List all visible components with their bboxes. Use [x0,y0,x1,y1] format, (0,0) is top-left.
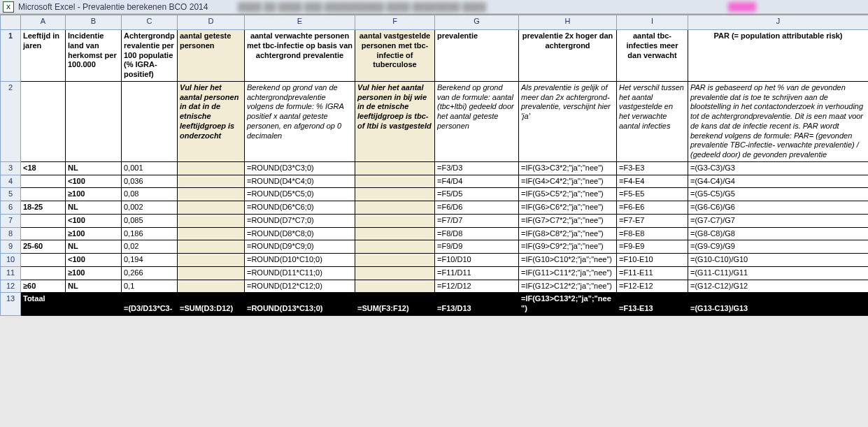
cell-A7[interactable] [21,214,66,227]
worksheet[interactable]: A B C D E F G H I J 1 Leeftijd in jaren … [0,14,868,316]
cell-I3[interactable]: =F3-E3 [617,161,688,175]
cell-C1[interactable]: Achtergrondprevalentie per 100 populatie… [122,30,178,82]
row-head-3[interactable]: 3 [1,161,21,175]
cell-E13[interactable]: =ROUND(D13*C13;0) [245,293,355,316]
cell-F6[interactable] [355,201,435,215]
cell-F11[interactable] [355,266,435,280]
cell-G5[interactable]: =F5/D5 [435,188,519,201]
cell-G3[interactable]: =F3/D3 [435,161,519,175]
row-1[interactable]: 1 Leeftijd in jaren Incidentie land van … [1,30,869,82]
cell-G4[interactable]: =F4/D4 [435,175,519,188]
cell-A6[interactable]: 18-25 [21,201,66,215]
cell-B7[interactable]: <100 [66,214,122,227]
row-9[interactable]: 9 25-60 NL 0,02 =ROUND(D9*C9;0) =F9/D9 =… [1,240,869,254]
cell-H8[interactable]: =IF(G8>C8*2;"ja";"nee") [519,227,617,240]
cell-I7[interactable]: =F7-E7 [617,214,688,227]
cell-B12[interactable]: NL [66,280,122,293]
cell-H4[interactable]: =IF(G4>C4*2;"ja";"nee") [519,175,617,188]
cell-I6[interactable]: =F6-E6 [617,201,688,215]
cell-C6[interactable]: 0,002 [122,201,178,215]
cell-D12[interactable] [178,280,245,293]
cell-E10[interactable]: =ROUND(D10*C10;0) [245,254,355,267]
row-head-2[interactable]: 2 [1,81,21,161]
row-head-10[interactable]: 10 [1,254,21,267]
cell-E1[interactable]: aantal verwachte personen met tbc-infect… [245,30,355,82]
cell-A3[interactable]: <18 [21,161,66,175]
cell-F4[interactable] [355,175,435,188]
cell-G1[interactable]: prevalentie [435,30,519,82]
cell-C2[interactable] [122,81,178,161]
cell-I1[interactable]: aantal tbc-infecties meer dan verwacht [617,30,688,82]
cell-D4[interactable] [178,175,245,188]
col-head-J[interactable]: J [688,15,869,30]
cell-H1[interactable]: prevalentie 2x hoger dan achtergrond [519,30,617,82]
cell-D5[interactable] [178,188,245,201]
cell-A2[interactable] [21,81,66,161]
cell-E11[interactable]: =ROUND(D11*C11;0) [245,266,355,280]
cell-B11[interactable]: ≥100 [66,266,122,280]
row-head-13[interactable]: 13 [1,293,21,316]
cell-F8[interactable] [355,227,435,240]
cell-I4[interactable]: =F4-E4 [617,175,688,188]
cell-C11[interactable]: 0,266 [122,266,178,280]
cell-D7[interactable] [178,214,245,227]
row-head-5[interactable]: 5 [1,188,21,201]
cell-J3[interactable]: =(G3-C3)/G3 [688,161,869,175]
cell-G7[interactable]: =F7/D7 [435,214,519,227]
cell-I8[interactable]: =F8-E8 [617,227,688,240]
cell-D6[interactable] [178,201,245,215]
col-head-I[interactable]: I [617,15,688,30]
cell-H2[interactable]: Als prevalentie is gelijk of meer dan 2x… [519,81,617,161]
row-head-7[interactable]: 7 [1,214,21,227]
row-7[interactable]: 7 <100 0,085 =ROUND(D7*C7;0) =F7/D7 =IF(… [1,214,869,227]
cell-G8[interactable]: =F8/D8 [435,227,519,240]
cell-A8[interactable] [21,227,66,240]
cell-E9[interactable]: =ROUND(D9*C9;0) [245,240,355,254]
cell-A1[interactable]: Leeftijd in jaren [21,30,66,82]
cell-H13[interactable]: =IF(G13>C13*2;"ja";"nee") [519,293,617,316]
cell-F3[interactable] [355,161,435,175]
row-head-9[interactable]: 9 [1,240,21,254]
cell-J12[interactable]: =(G12-C12)/G12 [688,280,869,293]
cell-D10[interactable] [178,254,245,267]
cell-J13[interactable]: =(G13-C13)/G13 [688,293,869,316]
row-head-12[interactable]: 12 [1,280,21,293]
cell-C5[interactable]: 0,08 [122,188,178,201]
cell-F2[interactable]: Vul hier het aantal personen in bij wie … [355,81,435,161]
cell-A12[interactable]: ≥60 [21,280,66,293]
cell-C4[interactable]: 0,036 [122,175,178,188]
cell-E5[interactable]: =ROUND(D5*C5;0) [245,188,355,201]
cell-F12[interactable] [355,280,435,293]
cell-I2[interactable]: Het verschil tussen het aantal vastgeste… [617,81,688,161]
col-head-D[interactable]: D [178,15,245,30]
cell-D3[interactable] [178,161,245,175]
cell-D13[interactable]: =SUM(D3:D12) [178,293,245,316]
cell-A11[interactable] [21,266,66,280]
cell-I13[interactable]: =F13-E13 [617,293,688,316]
cell-J9[interactable]: =(G9-C9)/G9 [688,240,869,254]
cell-J10[interactable]: =(G10-C10)/G10 [688,254,869,267]
cell-B1[interactable]: Incidentie land van herkomst per 100.000 [66,30,122,82]
cell-H6[interactable]: =IF(G6>C6*2;"ja";"nee") [519,201,617,215]
cell-D11[interactable] [178,266,245,280]
cell-A13[interactable]: Totaal [21,293,66,316]
row-head-1[interactable]: 1 [1,30,21,82]
cell-H11[interactable]: =IF(G11>C11*2;"ja";"nee") [519,266,617,280]
row-4[interactable]: 4 <100 0,036 =ROUND(D4*C4;0) =F4/D4 =IF(… [1,175,869,188]
cell-D2[interactable]: Vul hier het aantal personen in dat in d… [178,81,245,161]
cell-B8[interactable]: ≥100 [66,227,122,240]
cell-E2[interactable]: Berekend op grond van de achtergrondprev… [245,81,355,161]
cell-H5[interactable]: =IF(G5>C5*2;"ja";"nee") [519,188,617,201]
col-head-F[interactable]: F [355,15,435,30]
row-head-4[interactable]: 4 [1,175,21,188]
cell-H9[interactable]: =IF(G9>C9*2;"ja";"nee") [519,240,617,254]
cell-D8[interactable] [178,227,245,240]
cell-H10[interactable]: =IF(G10>C10*2;"ja";"nee") [519,254,617,267]
cell-H12[interactable]: =IF(G12>C12*2;"ja";"nee") [519,280,617,293]
row-10[interactable]: 10 <100 0,194 =ROUND(D10*C10;0) =F10/D10… [1,254,869,267]
row-head-11[interactable]: 11 [1,266,21,280]
cell-B3[interactable]: NL [66,161,122,175]
cell-E4[interactable]: =ROUND(D4*C4;0) [245,175,355,188]
cell-E7[interactable]: =ROUND(D7*C7;0) [245,214,355,227]
cell-I12[interactable]: =F12-E12 [617,280,688,293]
